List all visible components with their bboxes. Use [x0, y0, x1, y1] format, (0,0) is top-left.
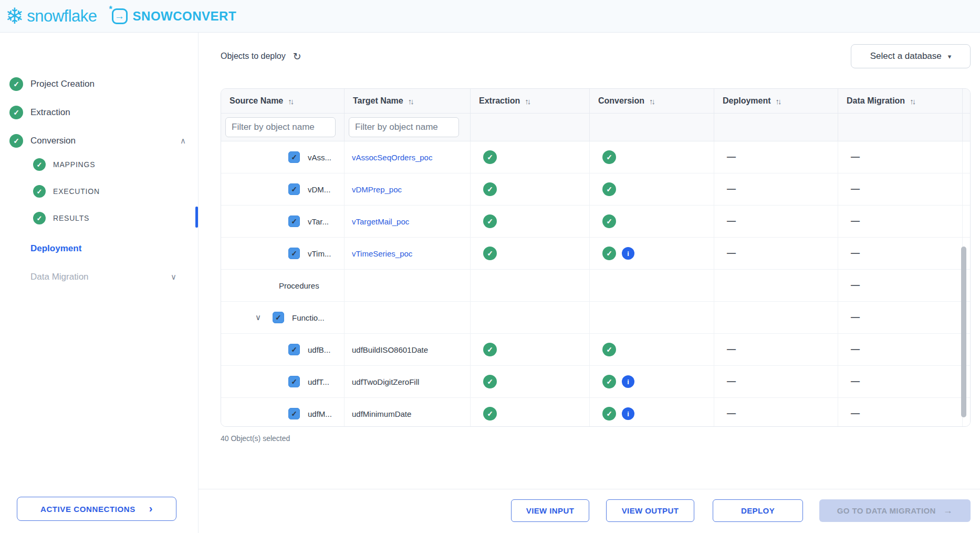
- sort-icon[interactable]: ↑↓: [776, 97, 780, 106]
- column-header-data-migration: Data Migration↑↓: [838, 89, 963, 113]
- sort-icon[interactable]: ↑↓: [408, 97, 413, 106]
- caret-down-icon: ▾: [948, 53, 952, 60]
- sidebar-item-extraction[interactable]: ✓ Extraction: [9, 106, 70, 119]
- success-icon: ✓: [483, 407, 497, 421]
- sort-icon[interactable]: ↑↓: [910, 97, 914, 106]
- sidebar-item-label: Conversion: [30, 136, 76, 146]
- table-row: ✓ vTim... vTimeSeries_poc ✓ ✓ i — —: [221, 238, 970, 270]
- row-checkbox[interactable]: ✓: [288, 248, 300, 259]
- row-checkbox[interactable]: ✓: [288, 376, 300, 387]
- active-step-indicator: [195, 207, 198, 228]
- success-icon: ✓: [602, 375, 616, 388]
- sidebar-item-data-migration[interactable]: Data Migration ∨: [30, 272, 188, 282]
- row-checkbox[interactable]: ✓: [288, 344, 300, 355]
- snowflake-wordmark: snowflake: [27, 7, 97, 26]
- arrow-right-icon: →: [943, 505, 953, 516]
- sort-icon[interactable]: ↑↓: [525, 97, 529, 106]
- sort-icon[interactable]: ↑↓: [649, 97, 654, 106]
- row-checkbox[interactable]: ✓: [288, 183, 300, 195]
- table-filter-row: [221, 114, 970, 141]
- data-migration-status: —: [838, 302, 963, 333]
- success-icon: ✓: [483, 343, 497, 356]
- data-migration-status: —: [838, 270, 963, 301]
- success-icon: ✓: [602, 247, 616, 260]
- target-name-link[interactable]: vAssocSeqOrders_poc: [352, 153, 432, 162]
- target-name-link[interactable]: vDMPrep_poc: [352, 185, 402, 194]
- sidebar-item-conversion[interactable]: ✓ Conversion ∧: [9, 134, 188, 148]
- sidebar-subitem-label: RESULTS: [53, 214, 89, 222]
- table-row: ✓ vAss... vAssocSeqOrders_poc ✓ ✓ — —: [221, 141, 970, 173]
- sort-icon[interactable]: ↑↓: [288, 97, 293, 106]
- table-header-row: Source Name↑↓ Target Name↑↓ Extraction↑↓…: [221, 89, 970, 114]
- success-icon: ✓: [483, 214, 497, 228]
- sidebar: ✓ Project Creation ✓ Extraction ✓ Conver…: [0, 33, 199, 533]
- chevron-down-icon[interactable]: ∨: [171, 272, 176, 282]
- target-name-filter-input[interactable]: [349, 117, 459, 137]
- success-icon: ✓: [483, 182, 497, 196]
- row-checkbox[interactable]: ✓: [288, 151, 300, 163]
- footer-divider: [199, 489, 980, 489]
- table-row: ✓ vDM... vDMPrep_poc ✓ ✓ — —: [221, 173, 970, 206]
- checkmark-icon: ✓: [291, 249, 297, 258]
- column-header-conversion: Conversion↑↓: [590, 89, 714, 113]
- view-input-button[interactable]: VIEW INPUT: [511, 499, 589, 522]
- deployment-status: —: [714, 206, 838, 237]
- info-icon[interactable]: i: [622, 375, 634, 388]
- row-checkbox[interactable]: ✓: [288, 408, 300, 419]
- success-icon: ✓: [602, 182, 616, 196]
- active-connections-button[interactable]: ACTIVE CONNECTIONS ›: [17, 497, 176, 521]
- deployment-status: —: [714, 334, 838, 365]
- deployment-status: —: [714, 141, 838, 173]
- sidebar-subitem-label: EXECUTION: [53, 187, 100, 196]
- view-output-button[interactable]: VIEW OUTPUT: [606, 499, 694, 522]
- sidebar-item-mappings[interactable]: ✓ MAPPINGS: [33, 158, 95, 171]
- snowconvert-logo: * → SNOWCONVERT: [112, 8, 237, 24]
- source-name: vDM...: [308, 185, 330, 194]
- target-name-link[interactable]: vTimeSeries_poc: [352, 249, 412, 258]
- row-checkbox[interactable]: ✓: [288, 216, 300, 227]
- sidebar-item-results[interactable]: ✓ RESULTS: [33, 212, 89, 224]
- database-selector[interactable]: Select a database ▾: [851, 44, 971, 68]
- source-name-filter-input[interactable]: [225, 117, 336, 137]
- row-checkbox[interactable]: ✓: [273, 312, 284, 323]
- go-to-data-migration-button[interactable]: GO TO DATA MIGRATION →: [819, 499, 971, 522]
- main-content: Objects to deploy ↻ Select a database ▾ …: [199, 33, 980, 533]
- sidebar-item-project-creation[interactable]: ✓ Project Creation: [9, 77, 95, 91]
- expand-chevron-icon[interactable]: ∨: [255, 313, 261, 322]
- data-migration-status: —: [838, 206, 963, 237]
- deployment-status: —: [714, 238, 838, 269]
- column-header-deployment: Deployment↑↓: [714, 89, 838, 113]
- selection-summary: 40 Object(s) selected: [221, 434, 290, 443]
- step-complete-icon: ✓: [33, 212, 46, 224]
- table-scrollbar[interactable]: [961, 247, 966, 417]
- refresh-icon[interactable]: ↻: [293, 50, 301, 63]
- sidebar-item-deployment[interactable]: Deployment: [30, 243, 81, 254]
- info-icon[interactable]: i: [622, 407, 634, 420]
- data-migration-status: —: [838, 398, 963, 427]
- deployment-status: —: [714, 173, 838, 205]
- checkmark-icon: ✓: [291, 377, 297, 386]
- snowflake-icon: ❄: [5, 5, 24, 27]
- info-icon[interactable]: i: [622, 247, 634, 260]
- data-migration-status: —: [838, 366, 963, 397]
- checkmark-icon: ✓: [291, 345, 297, 354]
- target-name-link[interactable]: vTargetMail_poc: [352, 217, 409, 226]
- source-name: udfM...: [308, 409, 332, 418]
- data-migration-status: —: [838, 173, 963, 205]
- step-complete-icon: ✓: [33, 158, 46, 171]
- table-row: ✓ udfM... udfMinimumDate ✓ ✓ i — —: [221, 398, 970, 427]
- step-complete-icon: ✓: [9, 134, 23, 148]
- chevron-up-icon[interactable]: ∧: [180, 136, 186, 146]
- source-name: Functio...: [292, 313, 325, 322]
- step-complete-icon: ✓: [9, 77, 23, 91]
- step-complete-icon: ✓: [33, 185, 46, 198]
- data-migration-status: —: [838, 334, 963, 365]
- arrow-right-icon: →: [114, 11, 124, 22]
- sidebar-item-execution[interactable]: ✓ EXECUTION: [33, 185, 100, 198]
- source-name: vTar...: [308, 217, 329, 226]
- sidebar-item-label: Project Creation: [30, 79, 95, 89]
- checkmark-icon: ✓: [291, 409, 297, 418]
- success-icon: ✓: [602, 343, 616, 356]
- deployment-status: —: [714, 398, 838, 427]
- deploy-button[interactable]: DEPLOY: [713, 499, 803, 522]
